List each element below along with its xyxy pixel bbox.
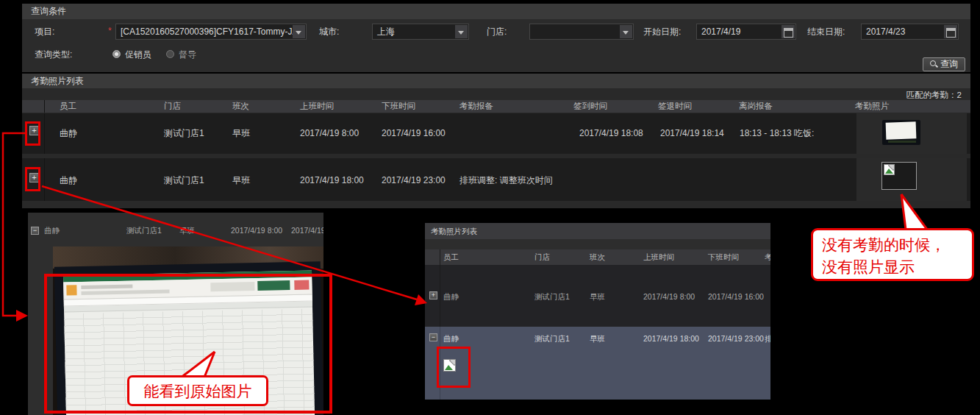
- cell-shift: 早班: [232, 174, 250, 187]
- callout-right-line2: 没有照片显示: [822, 256, 963, 278]
- cell-sign-in: 2017/4/19 18:08: [579, 127, 643, 140]
- end-date-value: 2017/4/23: [866, 26, 905, 37]
- attendance-list-panel: 考勤照片列表 匹配的考勤：2 员工 门店 班次 上班时间 下班时间 考勤报备 签…: [22, 74, 970, 208]
- callout-left-text: 能看到原始图片: [144, 383, 252, 400]
- query-panel: 查询条件 项目: * [CA1520160527000396]CFY1617-T…: [22, 4, 970, 72]
- callout-right-line1: 没有考勤的时候，: [822, 234, 963, 256]
- cell-start: 2017/4/19 18:00: [300, 174, 364, 187]
- column-separator: [44, 100, 45, 113]
- query-type-label: 查询类型:: [35, 46, 72, 63]
- inset-middle-screenshot: 考勤照片列表 员工 门店 班次 上班时间 下班时间 考勤报备 + 曲静 测试门店…: [425, 223, 770, 400]
- collapse-row-button: −: [429, 333, 437, 341]
- cell-store: 测试门店1: [164, 127, 204, 140]
- col-sign-in: 签到时间: [573, 100, 607, 113]
- inset-col-employee: 员工: [443, 252, 459, 263]
- inset-row-2-selected: − 曲静 测试门店1 早班 2017/4/19 18:00 2017/4/19 …: [425, 327, 770, 400]
- inset-cell: 排班调整: 调整班次时间: [765, 334, 770, 344]
- column-separator: [440, 265, 440, 327]
- column-separator: [44, 113, 45, 154]
- inset-col-store: 门店: [534, 252, 550, 263]
- cell-start: 2017/4/19 8:00: [300, 127, 359, 140]
- radio-supervisor[interactable]: [166, 50, 174, 58]
- inset-title-bar: 考勤照片列表: [425, 223, 770, 239]
- cell-end: 2017/4/19 23:00: [382, 174, 446, 187]
- attendance-photo-thumbnail[interactable]: [882, 120, 920, 145]
- search-button[interactable]: 查询: [923, 57, 965, 71]
- store-dropdown[interactable]: [529, 24, 634, 40]
- annotation-rect-row1-expand: [25, 121, 40, 146]
- inset-row-1: + 曲静 测试门店1 早班 2017/4/19 8:00 2017/4/19 1…: [425, 265, 770, 327]
- annotation-rect-broken-icon: [437, 347, 471, 388]
- end-date-input[interactable]: 2017/4/23: [861, 24, 959, 40]
- cell-end: 2017/4/19 16:00: [382, 127, 446, 140]
- city-label: 城市:: [319, 24, 339, 40]
- inset-cell: 2017/4/19 23:00: [708, 334, 764, 343]
- inset-header-row: 员工 门店 班次 上班时间 下班时间 考勤报备: [425, 249, 770, 265]
- broken-image-icon: [884, 164, 895, 175]
- inset-cell-end: 2017/4/19 1: [291, 226, 323, 235]
- col-leave-report: 离岗报备: [739, 100, 773, 113]
- column-separator: [440, 249, 440, 265]
- inset-cell: 曲静: [443, 334, 459, 344]
- inset-cell-store: 测试门店1: [126, 226, 162, 236]
- photo-laptop-base: [888, 141, 916, 143]
- cell-sign-out: 2017/4/19 18:14: [660, 127, 724, 140]
- col-shift: 班次: [232, 100, 249, 113]
- calendar-icon[interactable]: [782, 25, 795, 38]
- column-separator: [44, 158, 45, 201]
- cell-employee: 曲静: [60, 127, 77, 140]
- cell-employee: 曲静: [60, 174, 77, 187]
- photo-screen-area: [886, 121, 917, 139]
- arrowhead-icon: [16, 310, 28, 322]
- col-store: 门店: [164, 100, 181, 113]
- start-date-label: 开始日期:: [643, 24, 681, 40]
- radio-supervisor-label[interactable]: 督导: [179, 46, 196, 63]
- required-asterisk: *: [108, 26, 112, 36]
- page: 查询条件 项目: * [CA1520160527000396]CFY1617-T…: [0, 0, 980, 415]
- cell-store: 测试门店1: [164, 174, 204, 187]
- list-title-bar: 考勤照片列表: [22, 74, 970, 88]
- col-report: 考勤报备: [459, 100, 493, 113]
- annotation-rect-row2-expand: [25, 167, 40, 191]
- query-panel-title-bar: 查询条件: [22, 4, 970, 19]
- radio-promoter-label[interactable]: 促销员: [125, 46, 151, 63]
- cell-report: 排班调整: 调整班次时间: [459, 174, 553, 187]
- inset-col-start: 上班时间: [643, 252, 674, 263]
- inset-cell: 2017/4/19 16:00: [708, 292, 764, 301]
- inset-cell-employee: 曲静: [44, 226, 60, 236]
- inset-cell-start: 2017/4/19 8:00: [231, 226, 282, 235]
- table-row: + 曲静 测试门店1 早班 2017/4/19 8:00 2017/4/19 1…: [22, 113, 970, 154]
- inset-col-report: 考勤报备: [765, 252, 770, 263]
- start-date-input[interactable]: 2017/4/19: [696, 24, 796, 40]
- store-label: 门店:: [487, 24, 507, 40]
- inset-cell: 早班: [590, 334, 605, 344]
- chevron-down-icon: [620, 25, 632, 38]
- match-count: 匹配的考勤：2: [906, 90, 962, 101]
- inset-cell: 早班: [590, 292, 605, 302]
- col-employee: 员工: [60, 100, 76, 113]
- callout-right: 没有考勤的时候， 没有照片显示: [811, 228, 974, 281]
- chevron-down-icon: [293, 25, 305, 38]
- collapse-row-button: −: [31, 227, 39, 235]
- inset-cell-shift: 早班: [179, 226, 195, 236]
- inset-cell: 曲静: [443, 292, 459, 302]
- inset-cell: 2017/4/19 18:00: [643, 334, 699, 343]
- table-header-row: 员工 门店 班次 上班时间 下班时间 考勤报备 签到时间 签退时间 离岗报备 考…: [22, 100, 970, 113]
- col-sign-out: 签退时间: [658, 100, 692, 113]
- project-label: 项目:: [35, 24, 54, 40]
- radio-promoter[interactable]: [112, 50, 121, 58]
- query-panel-title: 查询条件: [31, 6, 66, 16]
- col-photo: 考勤照片: [855, 100, 889, 113]
- table-row: + 曲静 测试门店1 早班 2017/4/19 18:00 2017/4/19 …: [22, 158, 970, 201]
- project-dropdown[interactable]: [CA1520160527000396]CFY1617-Tommy-JAS: [115, 24, 307, 40]
- inset-col-shift: 班次: [590, 252, 605, 263]
- search-icon: [930, 60, 938, 68]
- project-dropdown-value: [CA1520160527000396]CFY1617-Tommy-JAS: [121, 26, 304, 37]
- calendar-icon[interactable]: [944, 25, 957, 38]
- callout-left: 能看到原始图片: [127, 375, 268, 406]
- cell-leave-report: 18:13 - 18:13 吃饭:: [740, 127, 814, 140]
- inset-title: 考勤照片列表: [431, 227, 477, 237]
- missing-photo-box[interactable]: [881, 162, 917, 190]
- city-dropdown[interactable]: 上海: [372, 24, 469, 40]
- col-end-time: 下班时间: [382, 100, 415, 113]
